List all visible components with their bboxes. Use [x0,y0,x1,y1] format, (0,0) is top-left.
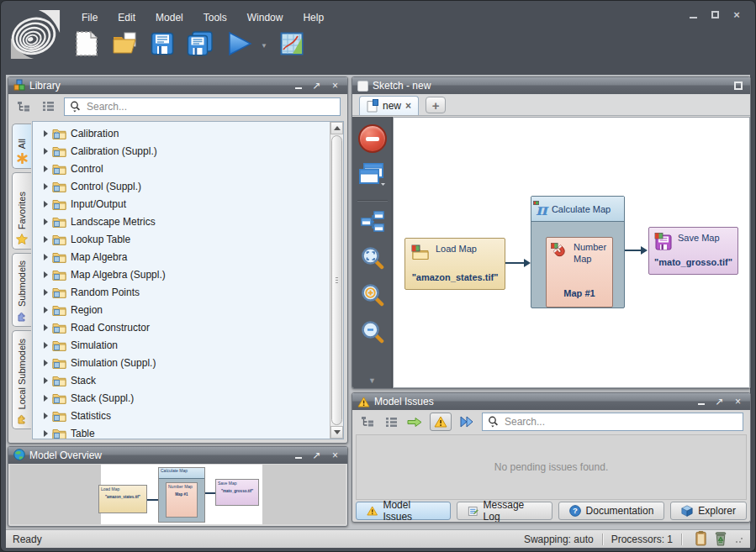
expander-icon[interactable] [44,148,48,155]
model-issues-titlebar[interactable]: Model Issues ↗ × [352,393,750,410]
zoom-in-button[interactable] [361,283,384,310]
expander-icon[interactable] [44,201,48,208]
expander-icon[interactable] [44,271,48,278]
new-model-button[interactable] [75,30,98,60]
tree-item[interactable]: Control (Suppl.) [33,177,330,195]
tree-item[interactable]: Control [33,160,330,177]
library-minimize-button[interactable] [291,80,305,92]
tab-local-submodels[interactable]: Local Submodels [12,330,31,429]
tab-close-icon[interactable]: × [405,100,411,112]
tab-message-log[interactable]: Message Log [457,502,552,520]
expander-icon[interactable] [44,395,48,402]
expander-icon[interactable] [44,307,48,313]
tree-view-button[interactable] [15,98,32,115]
menu-help[interactable]: Help [293,9,334,26]
save-button[interactable] [151,32,174,59]
expander-icon[interactable] [44,377,48,384]
library-titlebar[interactable]: Library ↗ × [8,77,347,94]
expander-icon[interactable] [44,218,48,225]
library-close-button[interactable]: × [328,80,342,92]
number-map-node[interactable]: Number Map Map #1 [546,237,613,308]
list-view-button[interactable] [40,98,56,115]
expander-icon[interactable] [44,430,48,437]
issues-minimize-button[interactable] [694,396,708,408]
window-close-button[interactable]: × [730,8,743,21]
menu-model[interactable]: Model [145,9,193,26]
sketch-titlebar[interactable]: Sketch - new [352,77,750,94]
tree-item[interactable]: Statistics [33,407,330,424]
expander-icon[interactable] [44,166,48,172]
model-overview-titlebar[interactable]: Model Overview ↗ × [8,447,347,464]
tree-item[interactable]: Landscape Metrics [33,213,330,230]
scroll-down-icon[interactable] [330,426,343,439]
open-model-button[interactable] [111,31,138,60]
validate-model-button[interactable] [458,413,475,430]
save-map-node[interactable]: Save Map "mato_grosso.tif" [648,227,738,275]
expander-icon[interactable] [44,289,48,296]
tab-explorer[interactable]: Explorer [670,502,747,520]
model-overview-canvas[interactable]: Load Map "amazon_states.tif" Calculate M… [10,465,346,524]
expander-icon[interactable] [44,236,48,243]
library-float-button[interactable]: ↗ [309,80,324,92]
goto-issue-button[interactable] [406,413,423,430]
tab-documentation[interactable]: ? Documentation [558,502,665,520]
tab-submodels[interactable]: Submodels [12,253,31,327]
tree-item[interactable]: Simulation (Suppl.) [33,354,330,371]
tree-item[interactable]: Lookup Table [33,230,330,248]
library-scrollbar[interactable] [330,122,343,439]
resize-grip[interactable] [735,535,743,544]
library-search-input[interactable] [85,100,335,113]
map-viewer-button[interactable] [280,32,304,59]
auto-arrange-button[interactable] [361,211,384,236]
scroll-up-icon[interactable] [330,122,343,134]
expander-icon[interactable] [44,183,48,190]
sketch-maximize-button[interactable] [731,80,745,92]
menu-edit[interactable]: Edit [108,9,145,26]
expander-icon[interactable] [44,342,48,349]
expander-icon[interactable] [44,413,48,419]
menu-window[interactable]: Window [237,9,293,26]
remove-functor-button[interactable] [358,124,387,153]
tree-item[interactable]: Stack [33,371,330,389]
show-warnings-toggle[interactable] [430,413,452,431]
tree-item[interactable]: Calibration (Suppl.) [33,142,330,160]
tree-item[interactable]: Region [33,301,330,318]
tab-model-issues[interactable]: Model Issues [356,502,451,520]
overview-close-button[interactable]: × [328,449,342,462]
tab-new-model[interactable]: new × [359,96,419,115]
tools-overflow-caret[interactable]: ▼ [368,376,376,385]
sketch-canvas[interactable]: Load Map "amazon_states.tif" π Calculate… [393,117,750,388]
tab-favorites[interactable]: Favorites [12,172,31,250]
tab-all[interactable]: All [12,124,31,169]
expander-icon[interactable] [44,324,48,331]
issues-float-button[interactable]: ↗ [712,396,727,408]
tree-item[interactable]: Random Points [33,283,330,301]
expander-icon[interactable] [44,254,48,260]
overview-float-button[interactable]: ↗ [309,449,324,462]
menu-tools[interactable]: Tools [193,9,237,26]
window-minimize-button[interactable] [686,8,700,21]
window-maximize-button[interactable] [708,8,722,21]
issues-tree-view-button[interactable] [359,413,376,430]
calculate-map-container[interactable]: π Calculate Map [531,196,625,308]
tree-item[interactable]: Stack (Suppl.) [33,389,330,407]
tree-item[interactable]: Simulation [33,336,330,354]
tree-item[interactable]: Calibration [33,124,330,142]
cascade-windows-button[interactable] [359,163,386,190]
issues-search-input[interactable] [503,415,737,428]
expander-icon[interactable] [44,130,48,137]
tree-item[interactable]: Table [33,424,330,439]
issues-close-button[interactable]: × [731,396,745,408]
tree-item[interactable]: Map Algebra [33,248,330,265]
new-tab-button[interactable]: + [426,97,446,113]
zoom-out-button[interactable] [361,320,384,347]
log-clipboard-button[interactable] [695,530,707,549]
garbage-collect-button[interactable] [714,530,727,549]
overview-minimize-button[interactable] [291,449,305,462]
load-map-node[interactable]: Load Map "amazon_states.tif" [404,238,505,290]
tree-item[interactable]: Input/Output [33,195,330,213]
tree-item[interactable]: Map Algebra (Suppl.) [33,265,330,283]
issues-list-view-button[interactable] [383,413,399,430]
run-model-button[interactable] [226,30,253,60]
tree-item[interactable]: Road Constructor [33,318,330,336]
